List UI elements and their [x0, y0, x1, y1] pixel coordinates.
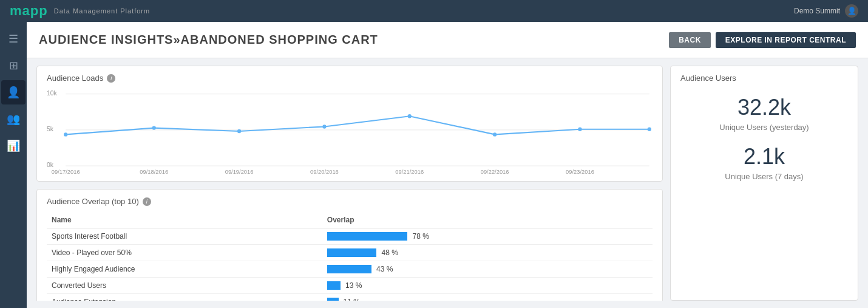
platform-title: Data Management Platform — [54, 7, 151, 15]
stat-number-yesterday: 32.2k — [680, 95, 848, 120]
svg-text:09/23/2016: 09/23/2016 — [566, 168, 594, 174]
audience-overlap-card: Audience Overlap (top 10) i Name Overlap… — [36, 189, 663, 301]
logo: mapp — [10, 3, 48, 19]
info-icon-overlap[interactable]: i — [143, 197, 151, 206]
bar-fill — [327, 265, 371, 273]
bar-label: 78 % — [412, 232, 429, 241]
overlap-row-bar: 13 % — [322, 278, 653, 294]
stat-block-7days: 2.1k Unique Users (7 days) — [680, 144, 848, 181]
overlap-row-bar: 48 % — [322, 245, 653, 261]
svg-point-8 — [237, 129, 241, 133]
overlap-row-bar: 43 % — [322, 261, 653, 278]
bar-label: 48 % — [381, 248, 398, 257]
overlap-row-name: Highly Engaged Audience — [47, 261, 322, 278]
audience-overlap-label: Audience Overlap (top 10) — [47, 197, 139, 206]
overlap-row-name: Audience Extension — [47, 294, 322, 301]
stat-label-7days: Unique Users (7 days) — [680, 172, 848, 181]
svg-text:09/19/2016: 09/19/2016 — [225, 168, 254, 174]
app-layout: ☰ ⊞ 👤 👥 📊 AUDIENCE INSIGHTS»ABANDONED SH… — [0, 22, 868, 308]
bar-fill — [327, 248, 377, 257]
bar-fill — [327, 281, 341, 290]
table-row: Highly Engaged Audience43 % — [47, 261, 653, 278]
header-buttons: BACK EXPLORE IN REPORT CENTRAL — [669, 32, 856, 48]
sidebar-item-group[interactable]: 👥 — [1, 107, 25, 131]
overlap-table: Name Overlap Sports Interest Football78 … — [47, 212, 653, 301]
loads-chart: 10k 5k 0k — [47, 89, 653, 174]
stat-label-yesterday: Unique Users (yesterday) — [680, 123, 848, 132]
bar-label: 11 % — [344, 298, 360, 301]
chart-container: 10k 5k 0k — [47, 89, 653, 174]
audience-users-card: Audience Users 32.2k Unique Users (yeste… — [670, 66, 858, 301]
col-header-name: Name — [47, 212, 322, 228]
overlap-row-name: Video - Played over 50% — [47, 245, 322, 261]
svg-text:5k: 5k — [47, 125, 54, 132]
user-icon[interactable]: 👤 — [845, 4, 858, 18]
svg-text:09/18/2016: 09/18/2016 — [140, 168, 168, 174]
stat-number-7days: 2.1k — [680, 144, 848, 169]
table-row: Audience Extension11 % — [47, 294, 653, 301]
right-panel: Audience Users 32.2k Unique Users (yeste… — [670, 66, 858, 301]
info-icon-loads[interactable]: i — [107, 74, 115, 83]
overlap-row-name: Sports Interest Football — [47, 228, 322, 245]
page-title: AUDIENCE INSIGHTS»ABANDONED SHOPPING CAR… — [39, 33, 378, 47]
sidebar-item-reports[interactable]: 📊 — [1, 134, 25, 158]
sidebar: ☰ ⊞ 👤 👥 📊 — [0, 22, 27, 308]
sidebar-item-menu[interactable]: ☰ — [1, 27, 25, 51]
svg-text:10k: 10k — [47, 89, 57, 97]
svg-text:0k: 0k — [47, 161, 54, 168]
svg-text:09/17/2016: 09/17/2016 — [52, 168, 80, 174]
page-header: AUDIENCE INSIGHTS»ABANDONED SHOPPING CAR… — [27, 22, 868, 58]
content-area: Audience Loads i 10k 5k 0k — [27, 58, 868, 308]
col-header-overlap: Overlap — [322, 212, 653, 228]
svg-point-13 — [648, 128, 651, 131]
audience-overlap-title: Audience Overlap (top 10) i — [47, 197, 653, 206]
back-button[interactable]: BACK — [669, 32, 711, 48]
table-row: Video - Played over 50%48 % — [47, 245, 653, 261]
svg-text:09/21/2016: 09/21/2016 — [395, 168, 424, 174]
audience-loads-label: Audience Loads — [47, 74, 103, 83]
bar-fill — [327, 232, 408, 241]
table-row: Sports Interest Football78 % — [47, 228, 653, 245]
sidebar-item-dashboard[interactable]: ⊞ — [1, 53, 25, 78]
overlap-row-bar: 78 % — [322, 228, 653, 245]
svg-point-12 — [578, 128, 581, 131]
svg-point-9 — [322, 125, 326, 128]
topbar-right: Demo Summit 👤 — [794, 4, 858, 18]
explore-button[interactable]: EXPLORE IN REPORT CENTRAL — [716, 32, 856, 48]
username: Demo Summit — [794, 7, 840, 15]
overlap-row-bar: 11 % — [322, 294, 653, 301]
table-row: Converted Users13 % — [47, 278, 653, 294]
overlap-row-name: Converted Users — [47, 278, 322, 294]
audience-users-title: Audience Users — [680, 74, 848, 83]
bar-fill — [327, 298, 339, 301]
bar-label: 13 % — [345, 281, 362, 290]
audience-loads-card: Audience Loads i 10k 5k 0k — [36, 66, 663, 182]
bar-label: 43 % — [376, 265, 393, 273]
svg-point-11 — [493, 132, 497, 136]
topbar: mapp Data Management Platform Demo Summi… — [0, 0, 868, 22]
svg-point-7 — [152, 126, 156, 129]
stat-block-yesterday: 32.2k Unique Users (yesterday) — [680, 95, 848, 132]
left-panel: Audience Loads i 10k 5k 0k — [36, 66, 663, 301]
audience-loads-title: Audience Loads i — [47, 74, 653, 83]
svg-point-6 — [64, 132, 67, 136]
svg-text:09/20/2016: 09/20/2016 — [310, 168, 339, 174]
svg-text:09/22/2016: 09/22/2016 — [481, 168, 509, 174]
topbar-left: mapp Data Management Platform — [10, 3, 150, 19]
svg-point-10 — [408, 114, 412, 118]
sidebar-item-audience[interactable]: 👤 — [1, 80, 25, 104]
main-content: AUDIENCE INSIGHTS»ABANDONED SHOPPING CAR… — [27, 22, 868, 308]
